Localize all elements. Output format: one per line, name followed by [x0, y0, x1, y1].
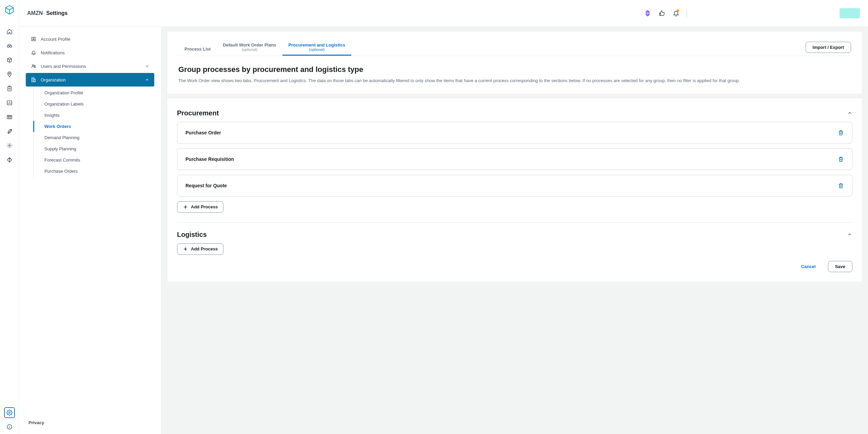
- process-name: Purchase Order: [185, 130, 221, 135]
- svg-point-2: [8, 73, 10, 75]
- process-name: Purchase Requisition: [185, 156, 234, 162]
- rail-info-icon[interactable]: [4, 421, 15, 432]
- nav-label: Organization: [41, 77, 66, 82]
- group-header: Logistics: [177, 231, 852, 239]
- section-description: The Work Order view shows two tabs, Proc…: [178, 77, 851, 84]
- group-logistics: Logistics Add Process: [177, 231, 852, 255]
- process-row[interactable]: Request for Quote: [177, 175, 852, 196]
- subnav-organization-profile[interactable]: Organization Profile: [40, 87, 154, 98]
- subnav-insights[interactable]: Insights: [40, 110, 154, 121]
- subnav-organization-labels[interactable]: Organization Labels: [40, 98, 154, 110]
- nav-label: Account Profile: [41, 37, 70, 42]
- tab-label: Procurement and Logistics: [289, 42, 346, 48]
- subnav-purchase-orders[interactable]: Purchase Orders: [40, 166, 154, 177]
- group-divider: [177, 222, 852, 223]
- page-title: Settings: [46, 10, 67, 16]
- user-card-icon: [31, 36, 37, 42]
- notification-dot-icon: [677, 10, 679, 12]
- svg-point-7: [8, 412, 10, 414]
- bell-icon[interactable]: [671, 8, 681, 18]
- group-title: Logistics: [177, 231, 207, 239]
- rail-table-icon[interactable]: [4, 112, 15, 122]
- app-logo[interactable]: [4, 5, 15, 15]
- trash-icon[interactable]: [838, 156, 844, 162]
- topbar-divider: [687, 9, 687, 17]
- rail-clipboard-icon[interactable]: [4, 83, 15, 94]
- rail-diamond-icon[interactable]: [4, 154, 15, 165]
- users-icon: [31, 63, 37, 69]
- svg-point-12: [32, 64, 34, 66]
- nav-account-profile[interactable]: Account Profile: [26, 32, 154, 46]
- svg-point-9: [646, 12, 649, 14]
- tab-header-panel: Process List Default Work Order Plans (o…: [167, 32, 862, 94]
- button-label: Add Process: [191, 246, 218, 251]
- cancel-button[interactable]: Cancel: [794, 261, 823, 272]
- svg-rect-5: [7, 115, 12, 119]
- organization-submenu: Organization Profile Organization Labels…: [33, 87, 154, 177]
- process-row[interactable]: Purchase Order: [177, 122, 852, 144]
- nav-notifications[interactable]: Notifications: [26, 46, 154, 59]
- tabs-row: Process List Default Work Order Plans (o…: [178, 40, 851, 56]
- save-button[interactable]: Save: [828, 261, 852, 272]
- privacy-link[interactable]: Privacy: [26, 417, 154, 429]
- chevron-down-icon: [145, 64, 150, 69]
- rail-cube-icon[interactable]: [4, 55, 15, 65]
- nav-label: Notifications: [41, 50, 65, 55]
- svg-point-0: [7, 45, 9, 48]
- svg-point-13: [34, 65, 35, 66]
- assistant-icon[interactable]: [643, 8, 653, 18]
- svg-point-11: [33, 38, 34, 39]
- bell-icon: [31, 50, 37, 56]
- org-code: AMZN: [27, 10, 43, 16]
- svg-rect-15: [34, 79, 35, 82]
- body-row: Account Profile Notifications Users and …: [19, 27, 868, 434]
- subnav-supply-planning[interactable]: Supply Planning: [40, 143, 154, 154]
- topbar-cta-button[interactable]: [840, 8, 860, 18]
- content-area: Process List Default Work Order Plans (o…: [161, 27, 868, 434]
- app-root: AMZN Settings: [0, 0, 868, 434]
- import-export-button[interactable]: Import / Export: [806, 42, 851, 53]
- nav-organization[interactable]: Organization: [26, 73, 154, 87]
- topbar: AMZN Settings: [19, 0, 868, 27]
- svg-rect-3: [7, 87, 11, 91]
- rail-gear-icon[interactable]: [4, 140, 15, 151]
- collapse-icon[interactable]: [847, 110, 852, 116]
- footer-actions: Cancel Save: [177, 255, 852, 272]
- button-label: Add Process: [191, 204, 218, 209]
- plus-icon: [183, 204, 188, 210]
- tab-optional-label: (optional): [223, 48, 276, 52]
- process-row[interactable]: Purchase Requisition: [177, 148, 852, 170]
- svg-point-6: [8, 145, 10, 147]
- tab-process-list[interactable]: Process List: [178, 44, 217, 56]
- rail-binoculars-icon[interactable]: [4, 40, 15, 51]
- icon-rail: [0, 0, 19, 434]
- rail-chart-icon[interactable]: [4, 97, 15, 108]
- plus-icon: [183, 246, 188, 252]
- groups-panel: Procurement Purchase Order: [167, 98, 862, 282]
- rail-location-icon[interactable]: [4, 69, 15, 80]
- subnav-forecast-commits[interactable]: Forecast Commits: [40, 154, 154, 166]
- building-icon: [31, 77, 37, 83]
- subnav-work-orders[interactable]: Work Orders: [33, 121, 154, 132]
- rail-settings-icon[interactable]: [4, 407, 15, 418]
- main-column: AMZN Settings: [19, 0, 868, 434]
- nav-users-permissions[interactable]: Users and Permissions: [26, 59, 154, 73]
- rail-home-icon[interactable]: [4, 26, 15, 37]
- tab-label: Default Work Order Plans: [223, 42, 276, 48]
- trash-icon[interactable]: [838, 183, 844, 189]
- process-name: Request for Quote: [185, 183, 227, 188]
- add-process-button[interactable]: Add Process: [177, 243, 223, 255]
- trash-icon[interactable]: [838, 130, 844, 136]
- nav-label: Users and Permissions: [41, 64, 86, 69]
- rail-leaf-icon[interactable]: [4, 126, 15, 137]
- tab-label: Process List: [184, 46, 211, 52]
- feedback-icon[interactable]: [657, 8, 667, 18]
- add-process-button[interactable]: Add Process: [177, 201, 223, 213]
- group-title: Procurement: [177, 109, 219, 117]
- subnav-demand-planning[interactable]: Demand Planning: [40, 132, 154, 143]
- tab-default-wo-plans[interactable]: Default Work Order Plans (optional): [217, 40, 282, 56]
- chevron-up-icon: [145, 77, 150, 82]
- collapse-icon[interactable]: [847, 232, 852, 237]
- tab-procurement-logistics[interactable]: Procurement and Logistics (optional): [282, 40, 352, 56]
- group-header: Procurement: [177, 109, 852, 117]
